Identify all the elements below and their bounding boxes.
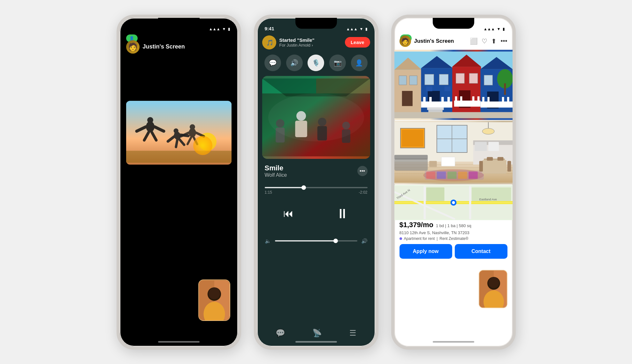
svg-rect-57 — [424, 74, 433, 85]
svg-rect-52 — [399, 76, 407, 85]
phone1-signal-icon: ▲▲▲ — [209, 27, 220, 31]
shareplay-info: Started "Smile" For Justin Arnold › — [279, 37, 342, 48]
remaining-time: -2:02 — [359, 190, 367, 195]
svg-rect-99 — [402, 130, 423, 146]
volume-slider-area: 🔈 🔊 — [265, 238, 368, 244]
phone1-wifi-icon: ▼ — [222, 27, 226, 31]
svg-rect-84 — [480, 101, 513, 108]
more-options-button[interactable]: ••• — [357, 166, 368, 176]
music-tabbar: 💬 📡 ☰ — [262, 329, 370, 338]
phone1: ▲▲▲ ▼ ▮ 👤 🧑 Justin's Screen — [117, 15, 241, 350]
apply-now-button[interactable]: Apply now — [400, 244, 452, 259]
svg-rect-116 — [447, 171, 456, 179]
progress-thumb[interactable] — [301, 185, 306, 190]
svg-rect-106 — [394, 155, 428, 159]
price-line: $1,379/mo 1 bd | 1 ba | 580 sq — [400, 221, 507, 229]
separator: | — [437, 236, 438, 241]
phone1-screen-title: Justin's Screen — [143, 43, 185, 50]
playback-controls: ⏮ ⏸ — [262, 206, 370, 221]
svg-rect-71 — [456, 73, 464, 83]
phone1-home-indicator — [158, 341, 200, 343]
phone2-notch — [295, 18, 337, 29]
favorite-icon[interactable]: ♡ — [482, 37, 487, 45]
property-type: Apartment for rent — [404, 236, 435, 241]
phone3-wifi-icon: ▼ — [497, 27, 501, 31]
phone3-status-icons: ▲▲▲ ▼ ▮ — [484, 27, 505, 31]
svg-rect-53 — [409, 76, 417, 85]
svg-rect-122 — [479, 161, 483, 171]
property-address: 8110 12th Ave S, Nashville, TN 37203 — [400, 230, 507, 235]
queue-tab[interactable]: ☰ — [349, 329, 356, 338]
pip-person-svg — [199, 279, 230, 321]
svg-rect-117 — [458, 171, 467, 179]
album-art-svg — [262, 76, 370, 159]
svg-rect-114 — [426, 171, 435, 179]
facetime-pip[interactable] — [198, 279, 230, 321]
mic-button[interactable]: 🎙️ — [308, 55, 324, 71]
svg-point-142 — [488, 277, 499, 288]
svg-rect-78 — [477, 96, 479, 101]
upload-icon[interactable]: ⬆ — [491, 37, 497, 45]
phone2-time: 9:41 — [265, 26, 274, 31]
svg-rect-107 — [429, 161, 437, 167]
ellipsis-icon: ••• — [360, 168, 365, 174]
camera-button[interactable]: 📷 — [329, 55, 346, 71]
lyrics-tab[interactable]: 💬 — [276, 329, 285, 338]
leave-button[interactable]: Leave — [345, 37, 370, 48]
facetime-controls-row: 💬 🔊 🎙️ 📷 👤 — [262, 55, 370, 71]
zillow-header-icons: ⬜ ♡ ⬆ ••• — [470, 37, 507, 45]
shareplay-for-label: For Justin Arnold › — [279, 43, 342, 48]
phone3-signal-icon: ▲▲▲ — [484, 27, 495, 31]
progress-area: 1:15 -2:02 — [265, 187, 368, 195]
svg-rect-86 — [487, 97, 490, 101]
shareplay-avatar-svg: 🎵 — [262, 35, 276, 49]
track-title: Smile — [265, 164, 287, 172]
speaker-button[interactable]: 🔊 — [286, 55, 303, 71]
phone1-wrapper: ▲▲▲ ▼ ▮ 👤 🧑 Justin's Screen — [117, 15, 241, 350]
contact-button[interactable]: Contact — [455, 244, 507, 259]
apt-dot — [400, 237, 402, 240]
volume-bar[interactable] — [275, 240, 357, 241]
svg-rect-64 — [429, 97, 432, 101]
volume-thumb[interactable] — [333, 239, 338, 243]
property-interior-image — [394, 121, 513, 184]
svg-point-41 — [268, 93, 364, 141]
vol-high-icon: 🔊 — [361, 238, 368, 244]
svg-rect-85 — [482, 97, 484, 101]
phone3: ▲▲▲ ▼ ▮ 👤 🧑 Justin's Screen ⬜ ♡ ⬆ ••• — [391, 15, 516, 350]
svg-rect-54 — [402, 91, 412, 106]
progress-bar-fill — [265, 187, 303, 188]
shareplay-button[interactable]: 👤 — [351, 55, 368, 71]
svg-rect-89 — [394, 112, 513, 118]
property-type-line: Apartment for rent | Rent Zestimate® — [400, 236, 507, 241]
vol-low-icon: 🔈 — [265, 238, 271, 244]
svg-rect-61 — [444, 86, 450, 91]
airplay-tab[interactable]: 📡 — [312, 329, 322, 338]
svg-rect-81 — [484, 75, 492, 85]
phone2-home-indicator — [295, 341, 337, 343]
phone3-battery-icon: ▮ — [503, 27, 505, 31]
phone1-status-icons: ▲▲▲ ▼ ▮ — [209, 27, 230, 31]
svg-rect-91 — [504, 83, 506, 95]
zillow-avatar: 🧑 — [400, 35, 411, 47]
more-icon[interactable]: ••• — [500, 37, 507, 45]
chat-button[interactable]: 💬 — [264, 55, 281, 71]
svg-rect-110 — [475, 142, 487, 151]
phone2-battery-icon: ▮ — [365, 27, 368, 31]
zillow-header: 🧑 Justin's Screen ⬜ ♡ ⬆ ••• — [400, 35, 507, 47]
track-artist: Wolf Alice — [265, 172, 287, 178]
svg-rect-111 — [488, 142, 499, 151]
time-labels: 1:15 -2:02 — [265, 190, 368, 195]
zillow-facetime-pip[interactable] — [479, 270, 507, 308]
svg-rect-62 — [421, 101, 453, 108]
phone3-home-indicator — [433, 341, 474, 343]
phone3-notch — [433, 18, 474, 29]
share-icon[interactable]: ⬜ — [470, 37, 478, 45]
rewind-button[interactable]: ⏮ — [283, 208, 293, 219]
svg-rect-115 — [437, 171, 445, 179]
chat-icon: 💬 — [269, 59, 277, 67]
pause-button[interactable]: ⏸ — [336, 206, 349, 221]
mic-icon: 🎙️ — [312, 59, 320, 67]
svg-point-8 — [147, 117, 153, 123]
svg-rect-125 — [497, 157, 503, 160]
